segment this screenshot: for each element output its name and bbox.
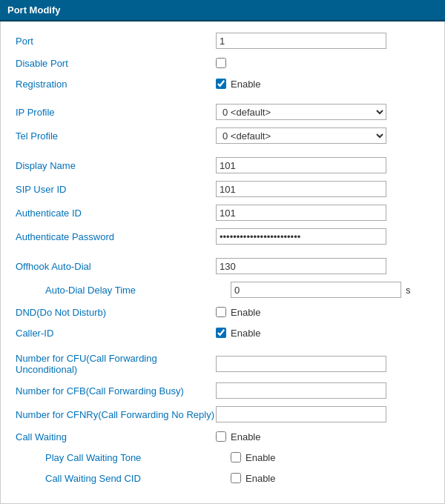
number-cfnry-label: Number for CFNRy(Call Forwarding No Repl… <box>16 409 216 420</box>
display-name-field-area <box>216 157 429 173</box>
number-cfu-field-area <box>216 356 429 372</box>
registration-row: Registration Enable <box>16 73 429 94</box>
display-name-row: Display Name <box>16 153 429 177</box>
call-waiting-checkbox[interactable] <box>216 431 226 442</box>
call-waiting-send-cid-checkbox[interactable] <box>231 473 241 483</box>
authenticate-password-field-area <box>216 228 429 245</box>
authenticate-id-row: Authenticate ID <box>16 201 429 225</box>
auto-dial-delay-unit: s <box>406 285 411 296</box>
play-call-waiting-tone-checkbox[interactable] <box>231 452 241 462</box>
disable-port-checkbox[interactable] <box>216 58 226 68</box>
tel-profile-field-area: 0 <default> <box>216 127 429 144</box>
call-waiting-send-cid-row: Call Waiting Send CID Enable <box>16 468 429 488</box>
display-name-label: Display Name <box>16 160 216 171</box>
call-waiting-send-cid-enable-label: Enable <box>245 473 275 484</box>
title-bar: Port Modify <box>0 0 445 21</box>
sip-user-id-field-area <box>216 181 429 197</box>
dnd-checkbox[interactable] <box>216 307 226 317</box>
disable-port-row: Disable Port <box>16 53 429 73</box>
caller-id-label: Caller-ID <box>16 328 216 339</box>
number-cfnry-row: Number for CFNRy(Call Forwarding No Repl… <box>16 402 429 426</box>
sip-user-id-row: SIP User ID <box>16 177 429 201</box>
dnd-field-area: Enable <box>216 307 429 318</box>
registration-field-area: Enable <box>216 79 429 90</box>
tel-profile-row: Tel Profile 0 <default> <box>16 124 429 147</box>
call-waiting-send-cid-field-area: Enable <box>231 473 429 484</box>
number-cfu-label: Number for CFU(Call Forwarding Unconditi… <box>16 353 216 375</box>
port-row: Port <box>16 29 429 53</box>
caller-id-enable-label: Enable <box>231 328 260 339</box>
port-label: Port <box>16 36 216 47</box>
sip-user-id-input[interactable] <box>216 181 386 197</box>
offhook-auto-dial-label: Offhook Auto-Dial <box>16 261 216 272</box>
dnd-row: DND(Do Not Disturb) Enable <box>16 302 429 322</box>
number-cfb-label: Number for CFB(Call Forwarding Busy) <box>16 385 216 397</box>
number-cfnry-field-area <box>216 406 429 422</box>
dnd-label: DND(Do Not Disturb) <box>16 307 216 318</box>
number-cfu-row: Number for CFU(Call Forwarding Unconditi… <box>16 349 429 379</box>
disable-port-field-area <box>216 58 429 68</box>
tel-profile-select[interactable]: 0 <default> <box>216 127 386 144</box>
play-call-waiting-tone-label: Play Call Waiting Tone <box>30 452 231 463</box>
title-label: Port Modify <box>7 4 61 16</box>
ip-profile-select[interactable]: 0 <default> <box>216 104 386 120</box>
auto-dial-delay-label: Auto-Dial Delay Time <box>30 285 231 296</box>
number-cfb-input[interactable] <box>216 382 386 399</box>
auto-dial-delay-row: Auto-Dial Delay Time s <box>16 278 429 302</box>
offhook-auto-dial-field-area <box>216 258 429 274</box>
call-waiting-send-cid-label: Call Waiting Send CID <box>30 473 231 484</box>
port-input[interactable] <box>216 33 386 49</box>
authenticate-password-label: Authenticate Password <box>16 231 216 242</box>
authenticate-password-row: Authenticate Password <box>16 225 429 248</box>
sip-user-id-label: SIP User ID <box>16 184 216 195</box>
play-call-waiting-tone-row: Play Call Waiting Tone Enable <box>16 447 429 468</box>
authenticate-id-field-area <box>216 205 429 221</box>
display-name-input[interactable] <box>216 157 386 173</box>
authenticate-id-input[interactable] <box>216 205 386 221</box>
form-container: Port Disable Port Registration Enable IP… <box>0 21 445 504</box>
number-cfb-field-area <box>216 382 429 399</box>
play-call-waiting-tone-enable-label: Enable <box>245 452 275 463</box>
ip-profile-field-area: 0 <default> <box>216 104 429 120</box>
play-call-waiting-tone-field-area: Enable <box>231 452 429 463</box>
offhook-auto-dial-row: Offhook Auto-Dial <box>16 254 429 278</box>
ip-profile-label: IP Profile <box>16 107 216 118</box>
registration-enable-label: Enable <box>231 79 260 90</box>
registration-checkbox[interactable] <box>216 79 226 89</box>
call-waiting-row: Call Waiting Enable <box>16 426 429 447</box>
authenticate-password-input[interactable] <box>216 228 386 245</box>
ip-profile-row: IP Profile 0 <default> <box>16 100 429 124</box>
dnd-enable-label: Enable <box>231 307 260 318</box>
disable-port-label: Disable Port <box>16 58 216 69</box>
auto-dial-delay-field-area: s <box>231 282 429 298</box>
call-waiting-enable-label: Enable <box>231 431 260 442</box>
number-cfnry-input[interactable] <box>216 406 386 422</box>
port-field-area <box>216 33 429 49</box>
call-waiting-label: Call Waiting <box>16 431 216 442</box>
registration-label: Registration <box>16 79 216 90</box>
authenticate-id-label: Authenticate ID <box>16 208 216 219</box>
offhook-auto-dial-input[interactable] <box>216 258 386 274</box>
caller-id-row: Caller-ID Enable <box>16 322 429 343</box>
number-cfb-row: Number for CFB(Call Forwarding Busy) <box>16 379 429 402</box>
call-waiting-field-area: Enable <box>216 431 429 442</box>
caller-id-checkbox[interactable] <box>216 328 226 338</box>
auto-dial-delay-input[interactable] <box>231 282 401 298</box>
number-cfu-input[interactable] <box>216 356 386 372</box>
tel-profile-label: Tel Profile <box>16 130 216 142</box>
caller-id-field-area: Enable <box>216 328 429 339</box>
